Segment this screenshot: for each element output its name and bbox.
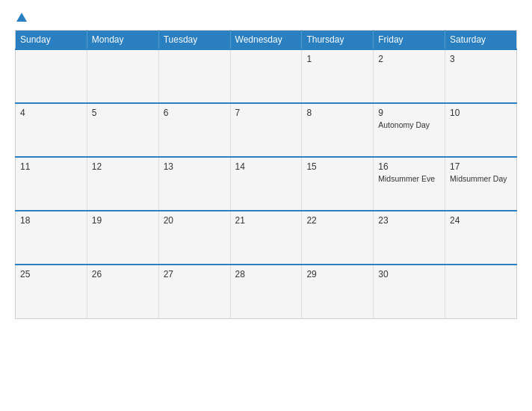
day-cell-empty [158,49,230,103]
calendar-table: SundayMondayTuesdayWednesdayThursdayFrid… [15,30,517,319]
day-cell-empty [445,265,517,318]
day-cell-28: 28 [230,265,302,318]
day-number: 5 [92,108,154,118]
week-row-3: 18192021222324 [16,211,517,265]
day-number: 3 [450,54,512,64]
day-header-monday: Monday [87,31,158,50]
day-number: 15 [306,161,368,172]
week-row-0: 123 [16,49,517,103]
day-number: 2 [378,54,440,64]
day-cell-23: 23 [374,211,445,265]
day-cell-15: 15 [302,157,374,211]
day-number: 9 [378,108,440,118]
day-number: 27 [164,269,226,279]
logo [15,13,27,22]
day-cell-empty [16,49,87,103]
day-number: 29 [306,269,368,279]
day-cell-1: 1 [302,49,374,103]
day-cell-21: 21 [230,211,302,265]
day-number: 8 [306,108,368,118]
day-cell-19: 19 [87,211,158,265]
day-cell-5: 5 [87,103,158,157]
day-cell-27: 27 [158,265,230,318]
day-cell-11: 11 [16,157,87,211]
day-header-saturday: Saturday [445,31,517,50]
day-event: Midsummer Eve [378,174,440,185]
day-cell-6: 6 [158,103,230,157]
day-cell-29: 29 [302,265,374,318]
day-number: 23 [378,215,440,226]
day-number: 19 [92,215,154,226]
day-number: 22 [306,215,368,226]
day-number: 30 [378,269,440,279]
page: SundayMondayTuesdayWednesdayThursdayFrid… [0,0,532,411]
calendar-header-row: SundayMondayTuesdayWednesdayThursdayFrid… [16,31,517,50]
day-number: 6 [164,108,226,118]
day-number: 17 [450,161,512,172]
day-cell-22: 22 [302,211,374,265]
day-cell-25: 25 [16,265,87,318]
day-cell-30: 30 [374,265,445,318]
day-cell-18: 18 [16,211,87,265]
logo-triangle-icon [16,13,27,22]
day-cell-13: 13 [158,157,230,211]
day-number: 26 [92,269,154,279]
day-number: 10 [450,108,512,118]
day-cell-12: 12 [87,157,158,211]
day-cell-17: 17Midsummer Day [445,157,517,211]
day-number: 21 [235,215,297,226]
week-row-1: 456789Autonomy Day10 [16,103,517,157]
day-number: 16 [378,161,440,172]
day-cell-2: 2 [374,49,445,103]
day-number: 18 [20,215,82,226]
day-event: Autonomy Day [378,120,440,131]
day-number: 25 [20,269,82,279]
day-event: Midsummer Day [450,174,512,185]
day-cell-24: 24 [445,211,517,265]
day-header-wednesday: Wednesday [230,31,302,50]
header [15,13,517,22]
day-number: 28 [235,269,297,279]
day-cell-3: 3 [445,49,517,103]
day-number: 20 [164,215,226,226]
day-cell-9: 9Autonomy Day [374,103,445,157]
day-cell-14: 14 [230,157,302,211]
day-cell-4: 4 [16,103,87,157]
day-cell-empty [230,49,302,103]
day-number: 1 [306,54,368,64]
day-number: 24 [450,215,512,226]
day-number: 14 [235,161,297,172]
day-number: 13 [164,161,226,172]
day-cell-empty [87,49,158,103]
day-cell-10: 10 [445,103,517,157]
day-header-friday: Friday [374,31,445,50]
day-number: 4 [20,108,82,118]
week-row-2: 111213141516Midsummer Eve17Midsummer Day [16,157,517,211]
day-cell-16: 16Midsummer Eve [374,157,445,211]
day-cell-26: 26 [87,265,158,318]
day-header-sunday: Sunday [16,31,87,50]
day-cell-7: 7 [230,103,302,157]
day-number: 11 [20,161,82,172]
week-row-4: 252627282930 [16,265,517,318]
day-header-thursday: Thursday [302,31,374,50]
day-number: 7 [235,108,297,118]
day-header-tuesday: Tuesday [158,31,230,50]
day-cell-8: 8 [302,103,374,157]
day-number: 12 [92,161,154,172]
day-cell-20: 20 [158,211,230,265]
